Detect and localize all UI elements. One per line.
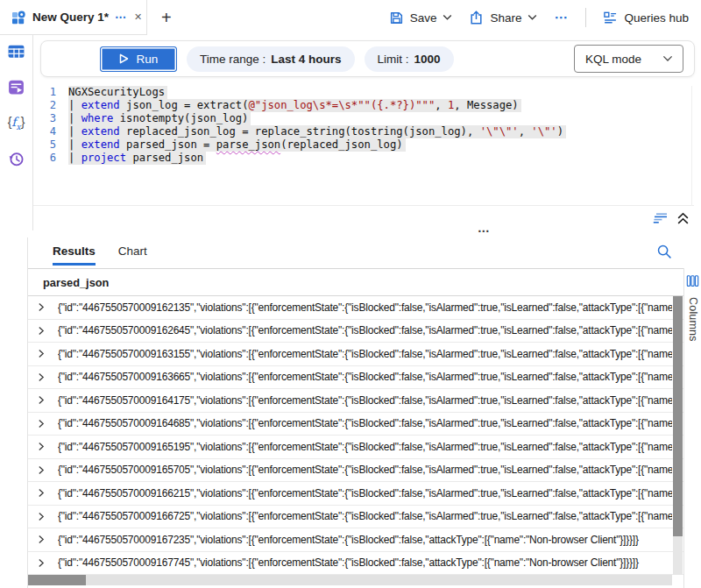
code-line: 5| extend parsed_json = parse_json(repla… (33, 138, 701, 152)
row-json-text: {"id":"4467550570009163665","violations"… (58, 371, 672, 383)
code-line: 4| extend replaced_json_log = replace_st… (33, 125, 701, 138)
queries-hub-label: Queries hub (624, 11, 689, 25)
splitter-handle-icon[interactable]: ⋯ (478, 223, 491, 237)
query-toolbar: Run Time range : Last 4 hours Limit : 10… (40, 40, 695, 77)
chevron-down-icon (662, 55, 673, 62)
search-icon[interactable] (656, 244, 672, 259)
line-number: 4 (33, 125, 56, 138)
line-number: 3 (33, 112, 56, 125)
expand-row-icon[interactable] (28, 302, 58, 312)
expand-row-icon[interactable] (28, 558, 58, 568)
table-row[interactable]: {"id":"4467550570009162135","violations"… (28, 296, 683, 320)
line-number: 6 (33, 152, 56, 165)
row-json-text: {"id":"4467550570009166725","violations"… (58, 510, 672, 522)
expand-row-icon[interactable] (28, 442, 58, 451)
tab-results[interactable]: Results (53, 244, 96, 266)
expand-row-icon[interactable] (28, 326, 58, 336)
table-row[interactable]: {"id":"4467550570009163155","violations"… (28, 343, 683, 366)
expand-row-icon[interactable] (28, 512, 58, 521)
more-options-button[interactable]: ⋯ (554, 13, 569, 22)
table-row[interactable]: {"id":"4467550570009164685","violations"… (28, 413, 683, 436)
query-editor-region: {fx} Run Time range : (0, 35, 701, 230)
time-range-selector[interactable]: Time range : Last 4 hours (187, 46, 355, 72)
new-tab-button[interactable]: + (147, 8, 186, 28)
row-json-text: {"id":"4467550570009165705","violations"… (58, 464, 672, 476)
share-button[interactable]: Share (469, 11, 537, 25)
share-icon (469, 11, 484, 25)
table-row[interactable]: {"id":"4467550570009166215","violations"… (28, 482, 683, 506)
code-line: 6| project parsed_json (33, 152, 701, 165)
line-number: 1 (33, 86, 56, 99)
row-json-text: {"id":"4467550570009167745","violations"… (58, 556, 672, 569)
code-line: 2| extend json_log = extract(@"json_log\… (33, 99, 701, 112)
row-json-text: {"id":"4467550570009162135","violations"… (58, 301, 672, 314)
code-line: 3| where isnotempty(json_log) (33, 112, 701, 125)
results-pane: Results Chart parsed_json {"id":"4467550… (0, 237, 701, 588)
collapse-editor-icon[interactable] (676, 211, 690, 225)
toolbar-divider (585, 8, 586, 27)
columns-side-rail[interactable]: Columns (683, 268, 701, 588)
tab-close-icon[interactable]: ✕ (134, 11, 142, 23)
limit-selector[interactable]: Limit : 1000 (365, 46, 454, 72)
table-row[interactable]: {"id":"4467550570009167235","violations"… (28, 528, 683, 552)
table-row[interactable]: {"id":"4467550570009165195","violations"… (28, 436, 683, 459)
save-button[interactable]: Save (389, 11, 453, 25)
more-options-icon: ⋯ (554, 13, 569, 22)
horizontal-scrollbar[interactable] (28, 575, 672, 585)
column-header-row[interactable]: parsed_json (28, 268, 683, 296)
results-rows: {"id":"4467550570009162135","violations"… (28, 296, 683, 575)
query-mode-dropdown[interactable]: KQL mode (574, 45, 683, 73)
code-editor[interactable]: 1NGXSecurityLogs2| extend json_log = ext… (33, 79, 701, 206)
expand-row-icon[interactable] (28, 419, 58, 429)
editor-pane: Run Time range : Last 4 hours Limit : 10… (33, 35, 701, 230)
row-json-text: {"id":"4467550570009166215","violations"… (58, 487, 672, 499)
queries-hub-button[interactable]: Queries hub (603, 11, 689, 25)
row-json-text: {"id":"4467550570009162645","violations"… (58, 324, 672, 337)
top-actions: Save Share ⋯ (389, 8, 701, 27)
tab-chart[interactable]: Chart (118, 244, 147, 263)
code-line: 1NGXSecurityLogs (33, 86, 701, 99)
table-row[interactable]: {"id":"4467550570009165705","violations"… (28, 459, 683, 483)
expand-row-icon[interactable] (28, 349, 58, 358)
table-row[interactable]: {"id":"4467550570009167745","violations"… (28, 552, 683, 576)
tables-icon[interactable] (6, 40, 27, 61)
expand-row-icon[interactable] (28, 465, 58, 475)
tab-more-icon[interactable]: ⋯ (115, 13, 127, 22)
time-range-label: Time range : (200, 53, 266, 66)
play-icon (119, 53, 129, 64)
columns-icon (686, 274, 699, 287)
tab-title: New Query 1* (32, 11, 109, 24)
row-json-text: {"id":"4467550570009163155","violations"… (58, 348, 672, 360)
code-lines: 1NGXSecurityLogs2| extend json_log = ext… (33, 86, 701, 165)
limit-value: 1000 (414, 53, 441, 66)
notebook-icon[interactable] (6, 76, 27, 97)
functions-icon[interactable]: {fx} (6, 112, 27, 133)
queries-hub-icon (603, 11, 618, 25)
results-tab-bar: Results Chart (28, 237, 683, 268)
editor-status-bar (33, 205, 694, 230)
history-icon[interactable] (6, 148, 27, 169)
vertical-scrollbar[interactable] (673, 296, 683, 575)
column-header-parsed-json[interactable]: parsed_json (43, 276, 109, 289)
vertical-scrollbar-thumb[interactable] (673, 296, 683, 536)
tab-bar: New Query 1* ⋯ ✕ + Save (0, 0, 701, 35)
save-label: Save (410, 11, 437, 25)
left-sidebar: {fx} (0, 35, 33, 230)
table-row[interactable]: {"id":"4467550570009166725","violations"… (28, 506, 683, 529)
expand-row-icon[interactable] (28, 372, 58, 382)
expand-row-icon[interactable] (28, 395, 58, 405)
format-lines-icon[interactable] (652, 211, 669, 225)
time-range-value: Last 4 hours (271, 53, 341, 66)
save-icon (389, 11, 404, 25)
expand-row-icon[interactable] (28, 535, 58, 544)
table-row[interactable]: {"id":"4467550570009164175","violations"… (28, 389, 683, 413)
query-tab[interactable]: New Query 1* ⋯ ✕ (0, 0, 147, 35)
table-row[interactable]: {"id":"4467550570009163665","violations"… (28, 366, 683, 390)
row-json-text: {"id":"4467550570009164685","violations"… (58, 417, 672, 429)
horizontal-scrollbar-thumb[interactable] (28, 575, 86, 585)
columns-rail-label: Columns (687, 297, 699, 342)
run-button[interactable]: Run (100, 46, 177, 72)
table-row[interactable]: {"id":"4467550570009162645","violations"… (28, 320, 683, 344)
expand-row-icon[interactable] (28, 488, 58, 498)
chevron-down-icon (443, 14, 452, 21)
